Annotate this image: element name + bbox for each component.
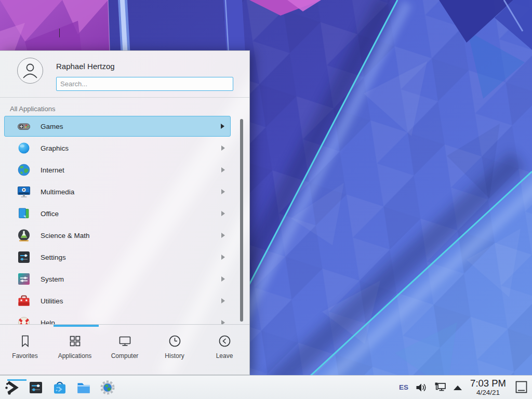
grid-icon bbox=[68, 334, 82, 348]
category-settings[interactable]: Settings bbox=[4, 247, 231, 268]
category-list: Games Graphics In bbox=[0, 115, 249, 325]
application-launcher-button[interactable] bbox=[4, 380, 20, 395]
documents-icon bbox=[17, 206, 31, 221]
tab-leave[interactable]: Leave bbox=[200, 327, 249, 375]
section-label: All Applications bbox=[10, 105, 55, 113]
monitor-icon bbox=[118, 334, 132, 348]
submenu-arrow-icon bbox=[221, 145, 225, 151]
clock-time: 7:03 PM bbox=[470, 378, 506, 388]
user-name: Raphael Hertzog bbox=[56, 62, 115, 71]
keyboard-layout-indicator[interactable]: ES bbox=[399, 383, 408, 391]
folder-icon bbox=[76, 380, 91, 395]
footer-tab-bar: Favorites Applications Computer bbox=[0, 327, 249, 375]
leave-circle-icon bbox=[218, 334, 232, 348]
network-icon[interactable] bbox=[434, 382, 447, 393]
digital-clock[interactable]: 7:03 PM 4/24/21 bbox=[470, 378, 506, 396]
category-label: Internet bbox=[41, 166, 64, 174]
header-divider bbox=[0, 97, 249, 98]
text-cursor bbox=[59, 29, 60, 37]
category-label: Office bbox=[41, 210, 59, 218]
category-internet[interactable]: Internet bbox=[4, 159, 231, 180]
category-science-math[interactable]: Science & Math bbox=[4, 225, 231, 246]
submenu-arrow-icon bbox=[221, 211, 225, 216]
category-graphics[interactable]: Graphics bbox=[4, 138, 231, 158]
volume-icon[interactable] bbox=[415, 382, 427, 393]
category-label: System bbox=[41, 275, 64, 283]
application-launcher-menu: Raphael Hertzog All Applications Games bbox=[0, 50, 250, 375]
submenu-arrow-icon bbox=[221, 276, 225, 282]
lifebuoy-icon bbox=[17, 315, 31, 325]
system-settings-icon bbox=[28, 380, 44, 395]
bookmark-icon bbox=[18, 334, 32, 348]
tab-history[interactable]: History bbox=[150, 327, 200, 375]
category-label: Settings bbox=[41, 254, 66, 261]
active-launcher-indicator bbox=[7, 379, 26, 381]
category-games[interactable]: Games bbox=[4, 116, 231, 137]
category-label: Multimedia bbox=[41, 188, 74, 196]
category-label: Utilities bbox=[41, 297, 63, 305]
tray-expander-icon[interactable] bbox=[454, 385, 462, 390]
category-label: Science & Math bbox=[41, 232, 90, 240]
toolbox-icon bbox=[17, 294, 31, 308]
category-label: Graphics bbox=[41, 144, 69, 152]
globe-gear-icon bbox=[100, 380, 115, 395]
footer-divider bbox=[0, 324, 249, 325]
submenu-arrow-icon bbox=[221, 298, 225, 303]
menu-header: Raphael Hertzog bbox=[0, 51, 249, 97]
submenu-arrow-icon bbox=[221, 124, 224, 129]
category-utilities[interactable]: Utilities bbox=[4, 290, 231, 311]
web-browser-button[interactable] bbox=[100, 380, 115, 395]
user-avatar[interactable] bbox=[17, 58, 43, 84]
flask-icon bbox=[17, 228, 31, 243]
category-help[interactable]: Help bbox=[4, 312, 231, 325]
tab-favorites[interactable]: Favorites bbox=[0, 327, 50, 375]
taskbar-panel: ES 7:03 PM 4/24/21 bbox=[0, 375, 532, 399]
category-office[interactable]: Office bbox=[4, 203, 231, 224]
submenu-arrow-icon bbox=[221, 167, 225, 172]
submenu-arrow-icon bbox=[221, 233, 225, 238]
system-settings-button[interactable] bbox=[28, 380, 44, 395]
search-input[interactable] bbox=[56, 77, 233, 91]
submenu-arrow-icon bbox=[221, 189, 225, 194]
taskbar-launchers bbox=[4, 380, 115, 395]
category-multimedia[interactable]: Multimedia bbox=[4, 181, 231, 202]
category-label: Games bbox=[41, 123, 63, 130]
sliders-dark-icon bbox=[17, 250, 31, 264]
show-desktop-button[interactable] bbox=[514, 380, 528, 394]
clock-date: 4/24/21 bbox=[470, 389, 506, 396]
gamepad-icon bbox=[17, 119, 31, 134]
submenu-arrow-icon bbox=[221, 255, 225, 260]
sphere-icon bbox=[17, 141, 31, 155]
file-manager-button[interactable] bbox=[76, 380, 91, 395]
monitor-play-icon bbox=[17, 184, 31, 199]
system-tray: ES 7:03 PM 4/24/21 bbox=[399, 376, 532, 399]
active-tab-indicator bbox=[54, 325, 99, 327]
tab-computer[interactable]: Computer bbox=[100, 327, 150, 375]
tab-applications[interactable]: Applications bbox=[50, 327, 100, 375]
kde-launcher-icon bbox=[4, 380, 20, 395]
scrollbar-thumb[interactable] bbox=[240, 119, 243, 322]
clock-icon bbox=[168, 334, 182, 348]
category-system[interactable]: System bbox=[4, 269, 231, 289]
discover-button[interactable] bbox=[52, 380, 68, 395]
globe-icon bbox=[17, 163, 31, 177]
desktop: Raphael Hertzog All Applications Games bbox=[0, 0, 532, 399]
discover-icon bbox=[52, 380, 68, 395]
sliders-gradient-icon bbox=[17, 272, 31, 286]
